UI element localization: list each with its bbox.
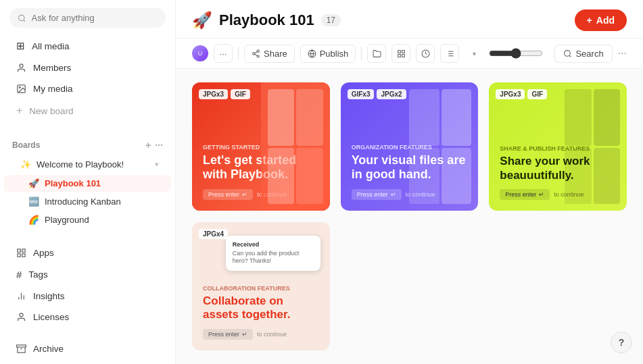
share-button[interactable]: Share [244,45,295,63]
board-item-kanban[interactable]: 🆕 Introducing Kanban [4,193,171,210]
add-button[interactable]: + Add [575,9,627,31]
svg-rect-24 [398,54,400,57]
svg-rect-13 [17,345,26,347]
sidebar-item-label: Tags [28,269,48,280]
clock-button[interactable] [416,44,435,63]
new-board-label: New board [29,106,73,116]
sidebar-item-apps[interactable]: Apps [4,243,171,263]
toolbar-divider-2 [361,47,362,60]
search-icon [563,49,572,58]
badge-jpg: JPGx3 [199,89,228,99]
rocket-emoji: 🚀 [28,178,39,188]
zoom-slider[interactable] [489,48,543,59]
card-collaboration[interactable]: Received Can you add the product hero? T… [192,222,330,350]
sidebar-item-label: Insights [33,291,65,301]
svg-rect-7 [18,254,20,257]
board-item-playbook101[interactable]: 🚀 Playbook 101 [4,175,171,192]
welcome-emoji: ✨ [20,159,31,170]
svg-point-2 [20,64,23,68]
search-label: Search [575,49,603,59]
badge-jpg: JPGx2 [377,89,406,99]
card-share-publish[interactable]: JPGx3 GIF SHARE & PUBLISH FEATURES Share… [489,82,627,211]
chevron-down-button[interactable]: ▾ [465,44,483,63]
grid-icon: ⊞ [16,40,25,52]
list-view-button[interactable] [440,44,459,63]
share-label: Share [264,49,287,59]
card-organization[interactable]: GIFx3 JPGx2 ORGANIZATION FEATURES Your v… [341,82,479,211]
sidebar-item-label: Members [33,63,71,73]
cta-button: Press enter ↵ [203,189,253,200]
grid-view-button[interactable] [391,44,410,63]
card-category: COLLABORATION FEATURES [203,285,319,292]
card-badges: JPGx3 GIF [496,89,547,99]
arrow-icon: ↵ [539,191,544,198]
cta-text: Press enter [357,191,388,198]
insights-icon [16,291,26,301]
badge-gif: GIFx3 [348,89,375,99]
svg-rect-23 [402,50,404,53]
svg-rect-22 [398,50,400,53]
search-bar[interactable] [9,8,166,28]
board-item-welcome[interactable]: ✨ Welcome to Playbook! ▾ [4,155,171,174]
more-button[interactable]: ··· [618,47,627,59]
main-content: 🚀 Playbook 101 17 + Add U ··· Share [176,0,643,364]
more-options-button[interactable]: ··· [214,44,233,63]
board-item-playground[interactable]: 🌈 Playground [4,211,171,228]
svg-point-16 [253,52,255,54]
chat-text: Can you add the product hero? Thanks! [233,250,314,265]
sidebar-item-label: Licenses [33,312,69,322]
sidebar-item-members[interactable]: Members [4,58,171,78]
title-text: Playbook 101 [219,11,314,29]
card-getting-started[interactable]: JPGx3 GIF GETTING STARTED Let's get star… [192,82,330,211]
publish-button[interactable]: Publish [300,45,356,63]
sidebar-item-licenses[interactable]: Licenses [4,307,171,327]
badge-gif: GIF [231,89,250,99]
badge-jpg: JPGx3 [496,89,525,99]
plus-icon: + [16,105,22,117]
licenses-icon [16,312,26,322]
main-header: 🚀 Playbook 101 17 + Add [176,0,643,38]
sidebar-item-insights[interactable]: Insights [4,286,171,306]
svg-rect-5 [18,249,20,252]
board-label: Introducing Kanban [45,197,121,207]
svg-line-18 [255,54,258,55]
arrow-icon: ↵ [242,331,247,338]
publish-label: Publish [320,49,349,59]
chat-notification: Received Can you add the product hero? T… [226,236,320,271]
card-badges: JPGx3 GIF [199,89,250,99]
boards-label: Boards [12,140,40,150]
sidebar-item-trash[interactable]: Trash [4,360,171,364]
new-board-button[interactable]: + New board [4,100,171,122]
sidebar-item-all-media[interactable]: ⊞ All media [4,35,171,57]
search-button[interactable]: Search [554,45,612,63]
boards-actions: + ··· [145,140,163,151]
svg-rect-8 [22,254,25,257]
sidebar-item-label: Apps [33,248,54,258]
sidebar-item-my-media[interactable]: My media [4,79,171,99]
board-label: Playbook 101 [45,178,101,188]
cta-button: Press enter ↵ [203,329,253,340]
search-input[interactable] [32,13,158,23]
board-label: Playground [45,215,89,225]
sidebar-item-archive[interactable]: Archive [4,339,171,359]
sidebar-item-label: All media [32,41,70,51]
boards-section-header: Boards + ··· [0,136,175,155]
sidebar-item-tags[interactable]: # Tags [4,264,171,285]
board-label: Welcome to Playbook! [37,159,124,170]
svg-point-15 [257,50,259,52]
question-mark-icon: ? [619,337,625,348]
search-icon [18,14,26,23]
svg-line-1 [24,20,25,21]
clock-icon [421,49,430,58]
sidebar-item-label: My media [33,84,73,94]
boards-more-button[interactable]: ··· [155,140,163,151]
cta-text: Press enter [208,331,239,338]
chevron-down-icon: ▾ [155,160,159,169]
arrow-icon: ↵ [391,191,396,198]
card-grid: JPGx3 GIF GETTING STARTED Let's get star… [176,69,643,364]
folder-button[interactable] [367,44,386,63]
boards-add-button[interactable]: + [145,140,151,151]
avatar: U [192,45,208,61]
help-button[interactable]: ? [611,332,632,353]
zoom-range[interactable] [489,48,543,59]
